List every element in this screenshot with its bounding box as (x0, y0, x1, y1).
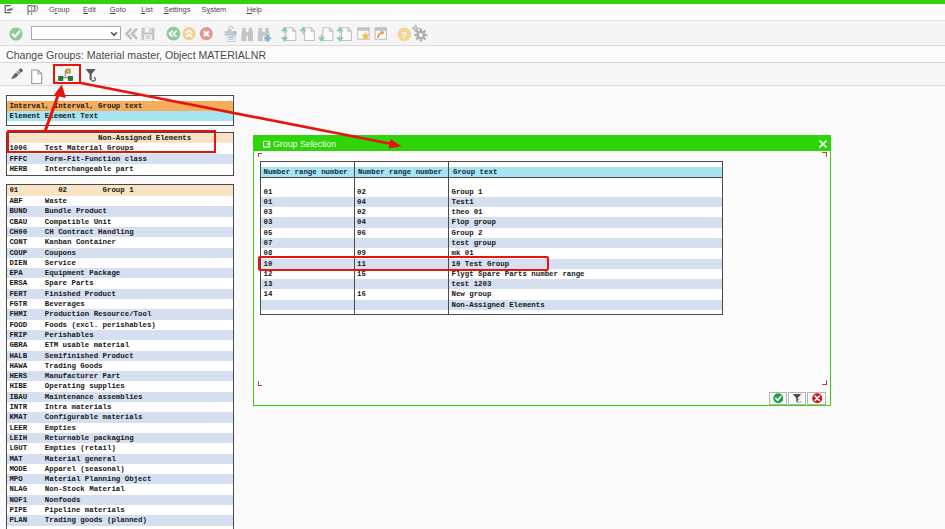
svg-text:?: ? (401, 29, 407, 40)
